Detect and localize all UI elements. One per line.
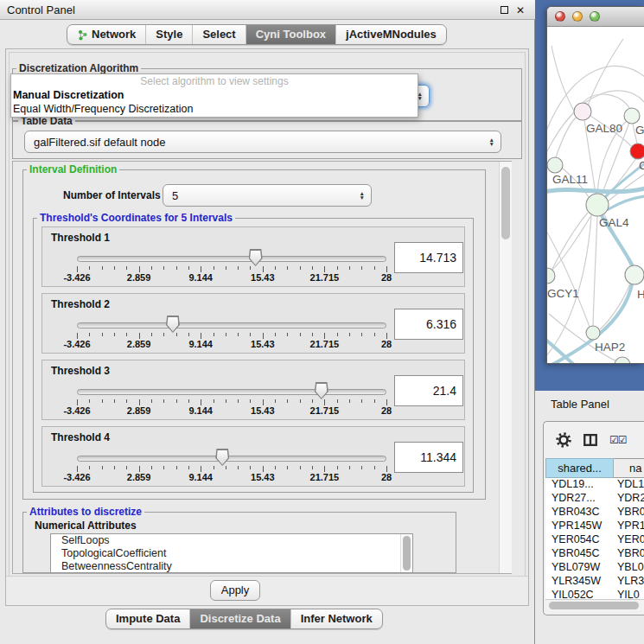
threshold-1-value-field[interactable]: 14.713 [394,242,463,273]
network-canvas[interactable]: GAL80GACGAL11GAL4GCY1HHAP2 [547,27,644,364]
network-node-hap2[interactable] [586,326,600,340]
table-horizontal-scrollbar[interactable] [545,599,644,611]
zoom-traffic-light-icon[interactable] [590,11,600,22]
apply-button[interactable]: Apply [210,580,260,601]
number-of-intervals-combobox[interactable]: 5 ▲▼ [163,184,372,207]
slider-track[interactable] [77,256,386,262]
table-column-header-na[interactable]: na [614,458,644,478]
table-row[interactable]: YLR345WYLR3 [545,575,644,589]
checkbox-column-icons[interactable]: ☑☑ [609,434,627,446]
table-row[interactable]: YDL19...YDL1 [545,478,644,492]
network-view-window: GAL80GACGAL11GAL4GCY1HHAP2 [546,6,644,364]
gear-icon[interactable] [556,432,571,448]
attributes-list-scrollbar-thumb[interactable] [403,536,411,571]
threshold-3-value-field[interactable]: 21.4 [394,375,463,406]
network-node-gal4[interactable] [586,194,609,216]
table-row[interactable]: YBR043CYBR0 [545,506,644,520]
tick-mark [163,333,164,336]
vertical-scrollbar-thumb[interactable] [501,167,510,239]
table-cell: YIL0 [614,589,644,599]
tab-cyni-toolbox[interactable]: Cyni Toolbox [245,25,335,44]
tick-mark [238,399,239,403]
table-cell: YDL19... [545,478,614,492]
tab-jactivemnodules[interactable]: jActiveMNodules [335,25,446,44]
tick-mark [89,266,90,270]
tab-network[interactable]: Network [67,25,145,44]
tab-discretize-data[interactable]: Discretize Data [189,609,290,628]
network-node-label: GAL80 [586,122,622,135]
discretization-algorithm-title: Discretization Algorithm [16,62,141,74]
tick-mark [349,266,350,270]
network-node-gcy1[interactable] [547,268,555,284]
table-horizontal-scrollbar-thumb[interactable] [549,602,639,609]
close-icon[interactable]: ✕ [516,4,525,16]
table-row[interactable]: YER054CYER0 [545,533,644,547]
vertical-scrollbar[interactable] [499,162,512,573]
tick-label: 15.43 [241,472,284,482]
network-node-top[interactable] [624,108,640,124]
split-columns-icon[interactable] [583,432,598,448]
close-traffic-light-icon[interactable] [555,11,565,22]
tick-mark [300,266,301,270]
network-node-bottom[interactable] [615,357,630,364]
attribute-item-topologicalcoefficient[interactable]: TopologicalCoefficient [51,547,412,560]
tick-mark [126,399,127,403]
tick-mark [102,466,103,469]
float-window-icon[interactable] [501,6,508,14]
table-data-combobox[interactable]: galFiltered.sif default node ▲▼ [24,131,501,153]
slider-thumb[interactable] [215,449,229,466]
tick-mark [263,399,264,405]
table-row[interactable]: YIL052CYIL0 [545,589,644,599]
combo-stepper-icon: ▲▼ [360,191,365,200]
tick-label: -3.426 [55,339,99,349]
threshold-2-value-field[interactable]: 6.316 [394,309,463,340]
minimize-traffic-light-icon[interactable] [572,11,583,22]
tab-impute-data[interactable]: Impute Data [106,609,189,628]
network-window-titlebar[interactable] [547,7,644,27]
tick-mark [226,466,226,469]
tick-label: 9.144 [179,405,222,416]
tick-mark [361,266,362,270]
table-cell: YBR0 [614,547,644,561]
attributes-list-scrollbar[interactable] [400,534,412,572]
table-row[interactable]: YDR27...YDR2 [545,492,644,506]
threshold-4-value-field[interactable]: 11.344 [394,442,463,473]
attribute-item-selfloops[interactable]: SelfLoops [51,534,412,547]
table-row[interactable]: YBL079WYBL0 [545,561,644,575]
network-node-red[interactable] [630,143,644,159]
threshold-label: Threshold 2 [51,298,110,310]
slider-track[interactable] [77,456,386,462]
numerical-attributes-list: SelfLoopsTopologicalCoefficientBetweenne… [50,533,413,573]
tab-style[interactable]: Style [145,25,192,44]
table-column-header-shared[interactable]: shared... [545,458,614,478]
tick-label: 9.144 [179,472,222,482]
slider-track[interactable] [77,389,386,395]
tick-mark [287,266,288,270]
dropdown-option-equal-width-frequency-discretization[interactable]: Equal Width/Frequency Discretization [11,102,418,116]
tab-infer-network[interactable]: Infer Network [290,609,382,628]
tick-mark [176,266,177,270]
numerical-attributes-label: Numerical Attributes [35,520,137,532]
network-node-h[interactable] [625,265,644,284]
slider-thumb[interactable] [315,382,328,399]
network-node-gal11[interactable] [547,157,563,173]
network-node-gal80[interactable] [574,103,591,120]
dropdown-option-manual-discretization[interactable]: Manual Discretization [11,88,418,102]
tick-mark [337,333,338,336]
network-edge [556,118,576,157]
tick-mark [188,399,189,403]
tick-mark [214,466,214,469]
tab-select[interactable]: Select [192,25,245,44]
tick-mark [188,466,189,469]
table-row[interactable]: YPR145WYPR1 [545,520,644,533]
tick-mark [176,466,177,469]
slider-track[interactable] [77,322,386,328]
attribute-item-betweennesscentrality[interactable]: BetweennessCentrality [51,560,412,573]
tick-mark [139,333,140,339]
tick-label: 28 [365,472,408,482]
tick-label: 2.859 [118,405,161,416]
threshold-panel-3: Threshold 3-3.4262.8599.14415.4321.71528… [41,360,465,420]
slider-thumb[interactable] [166,316,180,333]
table-row[interactable]: YBR045CYBR0 [545,547,644,561]
slider-thumb[interactable] [249,249,263,266]
